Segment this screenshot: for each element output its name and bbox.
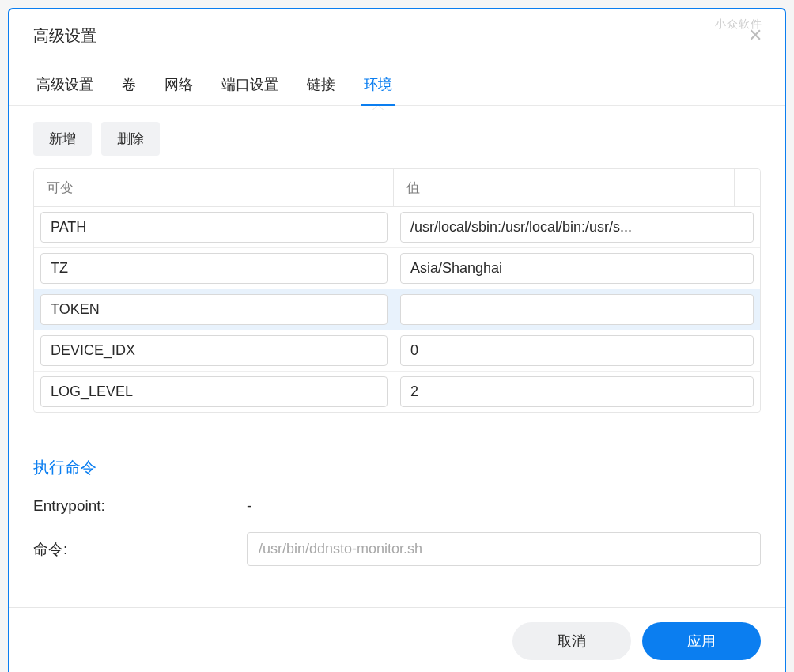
env-value-input[interactable] xyxy=(400,253,754,284)
tab-port-settings[interactable]: 端口设置 xyxy=(218,69,282,105)
tab-environment[interactable]: 环境 xyxy=(361,69,395,105)
env-value-input[interactable] xyxy=(400,335,754,366)
env-key-input[interactable] xyxy=(40,212,388,243)
table-row[interactable] xyxy=(34,289,760,330)
close-icon[interactable]: ✕ xyxy=(748,27,762,44)
header-spacer xyxy=(735,169,760,206)
table-row[interactable] xyxy=(34,248,760,289)
tab-links[interactable]: 链接 xyxy=(304,69,338,105)
command-label: 命令: xyxy=(33,539,247,560)
table-row[interactable] xyxy=(34,372,760,412)
tabs-bar: 高级设置 卷 网络 端口设置 链接 环境 xyxy=(9,55,785,106)
advanced-settings-modal: 高级设置 小众软件 ✕ 高级设置 卷 网络 端口设置 链接 环境 新增 删除 可… xyxy=(8,8,786,672)
entrypoint-label: Entrypoint: xyxy=(33,497,247,515)
header-value[interactable]: 值 xyxy=(394,169,735,206)
delete-button[interactable]: 删除 xyxy=(101,122,160,156)
add-button[interactable]: 新增 xyxy=(33,122,92,156)
env-value-input[interactable] xyxy=(400,376,754,407)
table-row[interactable] xyxy=(34,207,760,248)
modal-footer: 取消 应用 xyxy=(9,607,785,672)
command-row: 命令: xyxy=(33,532,761,566)
entrypoint-value: - xyxy=(247,497,251,515)
tab-network[interactable]: 网络 xyxy=(161,69,196,105)
modal-title: 高级设置 xyxy=(33,25,761,47)
exec-section-title: 执行命令 xyxy=(33,457,761,478)
tab-volumes[interactable]: 卷 xyxy=(119,69,139,105)
table-row[interactable] xyxy=(34,330,760,372)
content-area: 新增 删除 可变 值 xyxy=(9,106,785,607)
header-key[interactable]: 可变 xyxy=(34,169,394,206)
env-value-input[interactable] xyxy=(400,294,754,325)
env-table: 可变 值 xyxy=(33,168,761,413)
entrypoint-row: Entrypoint: - xyxy=(33,497,761,515)
command-input[interactable] xyxy=(247,532,761,566)
env-value-input[interactable] xyxy=(400,212,754,243)
apply-button[interactable]: 应用 xyxy=(642,622,761,660)
env-key-input[interactable] xyxy=(40,376,388,407)
env-key-input[interactable] xyxy=(40,253,388,284)
env-key-input[interactable] xyxy=(40,335,388,366)
modal-header: 高级设置 小众软件 ✕ xyxy=(9,9,785,55)
tab-advanced-settings[interactable]: 高级设置 xyxy=(33,69,96,105)
table-header: 可变 值 xyxy=(34,169,760,207)
env-key-input[interactable] xyxy=(40,294,388,325)
toolbar: 新增 删除 xyxy=(33,122,761,156)
cancel-button[interactable]: 取消 xyxy=(512,622,631,660)
